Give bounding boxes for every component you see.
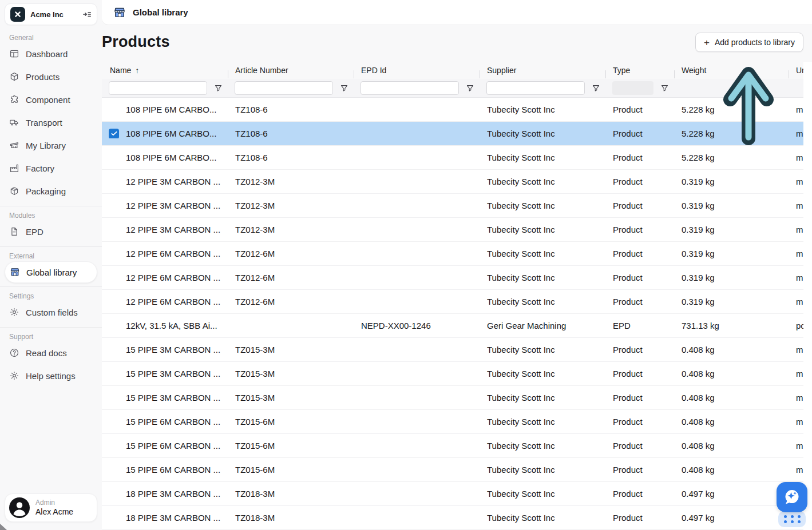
table-row[interactable]: 12 PIPE 6M CARBON ...TZ012-6MTubecity Sc… [102, 290, 803, 314]
cell-unit: m [789, 129, 803, 138]
row-checkbox[interactable] [109, 129, 119, 138]
sidebar-item-label: Custom fields [26, 308, 78, 317]
cell-text: 0.319 kg [682, 177, 715, 186]
table-header-row: Name↑Article NumberEPD IdSupplierTypeWei… [102, 62, 803, 79]
table-row[interactable]: 108 PIPE 6M CARBO...TZ108-6Tubecity Scot… [102, 146, 803, 170]
cell-text: m [796, 465, 803, 475]
column-header-epd-id[interactable]: EPD Id [354, 66, 480, 75]
article-number-funnel-icon[interactable] [339, 83, 349, 93]
cell-unit: m [789, 201, 803, 210]
cell-supplier: Geri Gear Machining [480, 321, 605, 330]
cell-text: 0.497 kg [682, 513, 715, 523]
sidebar-item-component[interactable]: Component [0, 88, 102, 111]
cell-text: Tubecity Scott Inc [487, 369, 555, 378]
epd-id-funnel-icon[interactable] [465, 83, 475, 93]
assistant-chat-button[interactable] [777, 482, 807, 512]
name-filter-input[interactable] [109, 81, 207, 95]
cell-type: Product [605, 345, 674, 354]
cell-type: Product [605, 369, 674, 378]
sidebar-item-custom-fields[interactable]: Custom fields [0, 301, 102, 324]
type-filter-select[interactable] [612, 81, 653, 95]
cell-text: Tubecity Scott Inc [487, 417, 555, 427]
truck-icon [9, 117, 19, 127]
column-header-name[interactable]: Name↑ [102, 66, 228, 75]
table-row[interactable]: 12 PIPE 3M CARBON ...TZ012-3MTubecity Sc… [102, 194, 803, 218]
epd-id-filter-input[interactable] [361, 81, 459, 95]
article-number-filter-input[interactable] [235, 81, 333, 95]
type-funnel-icon[interactable] [659, 83, 670, 93]
sidebar-item-help-settings[interactable]: Help settings [0, 364, 102, 387]
cell-article: TZ012-3M [228, 225, 354, 234]
cell-text: Tubecity Scott Inc [487, 345, 555, 354]
table-row[interactable]: 15 PIPE 6M CARBON ...TZ015-6MTubecity Sc… [102, 458, 803, 482]
column-header-weight[interactable]: Weight [674, 66, 789, 75]
table-row[interactable]: 12 PIPE 3M CARBON ...TZ012-3MTubecity Sc… [102, 170, 803, 194]
table-row[interactable]: 15 PIPE 3M CARBON ...TZ015-3MTubecity Sc… [102, 386, 803, 410]
topbar-title: Global library [133, 7, 188, 17]
cell-text: Tubecity Scott Inc [487, 201, 555, 210]
cell-text: m [796, 225, 803, 234]
table-row[interactable]: 18 PIPE 3M CARBON ...TZ018-3MTubecity Sc… [102, 506, 803, 530]
sidebar-item-epd[interactable]: EPD [0, 220, 102, 243]
table-row[interactable]: 15 PIPE 6M CARBON ...TZ015-6MTubecity Sc… [102, 434, 803, 458]
cell-supplier: Tubecity Scott Inc [480, 273, 605, 282]
cell-article: TZ012-3M [228, 201, 354, 210]
cell-text: 0.319 kg [682, 201, 715, 210]
name-funnel-icon[interactable] [213, 83, 223, 93]
sidebar-item-packaging[interactable]: Packaging [0, 180, 102, 202]
sidebar-item-global-library[interactable]: Global library [5, 261, 97, 283]
table-row[interactable]: 12 PIPE 6M CARBON ...TZ012-6MTubecity Sc… [102, 266, 803, 290]
cell-text: 18 PIPE 3M CARBON ... [126, 513, 220, 523]
table-scrollbar-track[interactable] [803, 62, 812, 530]
sidebar-item-label: Help settings [26, 371, 76, 381]
cell-name: 108 PIPE 6M CARBO... [102, 105, 228, 114]
cell-article: TZ015-6M [228, 441, 354, 451]
column-label: Name [110, 66, 131, 75]
table-row[interactable]: 108 PIPE 6M CARBO...TZ108-6Tubecity Scot… [102, 98, 803, 122]
column-header-type[interactable]: Type [605, 66, 674, 75]
table-row[interactable]: 108 PIPE 6M CARBO...TZ108-6Tubecity Scot… [102, 122, 803, 146]
sidebar-item-label: Dashboard [26, 49, 68, 59]
column-header-article-number[interactable]: Article Number [228, 66, 354, 75]
cell-text: Tubecity Scott Inc [487, 465, 555, 475]
table-row[interactable]: 18 PIPE 3M CARBON ...TZ018-3MTubecity Sc… [102, 482, 803, 506]
cell-text: Product [613, 393, 643, 403]
table-row[interactable]: 15 PIPE 3M CARBON ...TZ015-3MTubecity Sc… [102, 338, 803, 362]
user-card[interactable]: Admin Alex Acme [5, 493, 97, 522]
add-products-button[interactable]: + Add products to library [695, 33, 803, 52]
table-body: 108 PIPE 6M CARBO...TZ108-6Tubecity Scot… [102, 98, 803, 530]
sidebar-item-transport[interactable]: Transport [0, 111, 102, 134]
cell-text: m [796, 417, 803, 427]
table-row[interactable]: 15 PIPE 6M CARBON ...TZ015-6MTubecity Sc… [102, 410, 803, 434]
sidebar-item-label: Transport [26, 118, 62, 127]
cell-supplier: Tubecity Scott Inc [480, 153, 605, 162]
collapse-sidebar-icon[interactable] [82, 10, 92, 19]
question-icon [9, 348, 19, 358]
sidebar-item-products[interactable]: Products [0, 65, 102, 88]
cell-supplier: Tubecity Scott Inc [480, 417, 605, 427]
table-row[interactable]: 12 PIPE 3M CARBON ...TZ012-3MTubecity Sc… [102, 218, 803, 242]
sidebar-item-dashboard[interactable]: Dashboard [0, 42, 102, 65]
cell-text: 12 PIPE 6M CARBON ... [126, 249, 220, 258]
sidebar-item-label: Component [26, 95, 70, 105]
column-header-supplier[interactable]: Supplier [480, 66, 605, 75]
cell-epd_id: NEPD-XX00-1246 [354, 321, 480, 330]
table-row[interactable]: 15 PIPE 3M CARBON ...TZ015-3MTubecity Sc… [102, 362, 803, 386]
supplier-funnel-icon[interactable] [591, 83, 601, 93]
cell-name: 12 PIPE 6M CARBON ... [102, 273, 228, 282]
table-row[interactable]: 12 PIPE 6M CARBON ...TZ012-6MTubecity Sc… [102, 242, 803, 266]
cell-weight: 731.13 kg [674, 321, 789, 330]
supplier-filter-input[interactable] [486, 81, 585, 95]
cell-article: TZ012-3M [228, 177, 354, 186]
sidebar-item-my-library[interactable]: My Library [0, 134, 102, 157]
cell-text: m [796, 249, 803, 258]
sidebar-item-read-docs[interactable]: Read docs [0, 341, 102, 364]
column-header-unit[interactable]: Unit [789, 66, 803, 75]
apps-grid-button[interactable] [778, 511, 806, 527]
cell-text: Tubecity Scott Inc [487, 441, 555, 451]
cell-text: Tubecity Scott Inc [487, 393, 555, 403]
cell-name: 108 PIPE 6M CARBO... [102, 153, 228, 162]
table-row[interactable]: 12kV, 31.5 kA, SBB Ai...NEPD-XX00-1246Ge… [102, 314, 803, 338]
sidebar-item-factory[interactable]: Factory [0, 157, 102, 180]
org-switcher[interactable]: Acme Inc [5, 3, 97, 25]
